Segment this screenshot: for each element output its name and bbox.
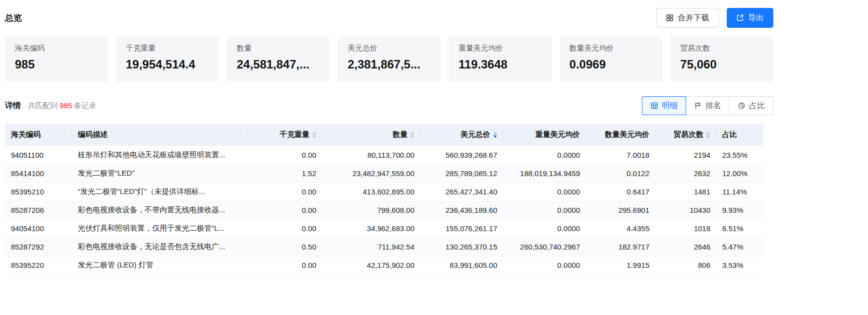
col-header-description: 编码描述 bbox=[72, 124, 248, 146]
cell-usd-total: 155,076,261.17 bbox=[420, 219, 503, 238]
col-header-share: 占比 bbox=[716, 124, 763, 146]
top-bar: 总览 合并下载 bbox=[5, 0, 773, 28]
summary-card-weight-avg-price: 重量美元均价 119.3648 bbox=[449, 36, 552, 82]
cell-weight-avg-price: 260,530,740.2967 bbox=[503, 238, 586, 256]
col-label: 海关编码 bbox=[11, 130, 41, 139]
tab-label: 排名 bbox=[705, 101, 721, 111]
cell-quantity: 23,482,947,559.00 bbox=[322, 164, 420, 183]
sort-icon[interactable] bbox=[410, 132, 414, 138]
cell-weight-avg-price: 0.0000 bbox=[503, 146, 586, 164]
col-label: 编码描述 bbox=[78, 130, 108, 139]
card-value: 24,581,847,... bbox=[236, 58, 320, 71]
cell-description: 枝形吊灯和其他电动天花板或墙壁照明装置... bbox=[72, 146, 248, 164]
cell-description: 发光二极管“LED” bbox=[72, 164, 248, 183]
table-row: 85395220 发光二极管 (LED) 灯管 0.00 42,175,902.… bbox=[5, 256, 763, 274]
page: 总览 合并下载 bbox=[5, 0, 773, 275]
col-label: 占比 bbox=[722, 130, 737, 139]
col-label: 数量 bbox=[393, 130, 407, 139]
detail-bar: 详情 共匹配到985条记录 明细 bbox=[5, 96, 773, 116]
cell-kg-weight: 1.52 bbox=[248, 164, 322, 183]
cell-weight-avg-price: 0.0000 bbox=[503, 256, 586, 274]
cell-code: 94051100 bbox=[5, 146, 72, 164]
view-tab-group: 明细 排名 占比 bbox=[642, 96, 773, 115]
col-header-usd-total[interactable]: 美元总价 bbox=[420, 124, 503, 146]
cell-usd-total: 560,939,268.67 bbox=[420, 146, 503, 164]
card-value: 0.0969 bbox=[570, 58, 653, 71]
cell-quantity: 711,942.54 bbox=[322, 238, 420, 256]
tab-detail[interactable]: 明细 bbox=[642, 96, 686, 115]
sort-icon[interactable] bbox=[312, 132, 316, 138]
cell-quantity-avg-price: 0.6417 bbox=[586, 183, 655, 201]
top-actions: 合并下载 导出 bbox=[656, 8, 773, 28]
tab-label: 明细 bbox=[662, 101, 678, 111]
cell-weight-avg-price: 0.0000 bbox=[503, 219, 586, 238]
cell-kg-weight: 0.00 bbox=[248, 183, 322, 201]
tab-ranking[interactable]: 排名 bbox=[686, 96, 730, 115]
cell-share: 23.55% bbox=[716, 146, 763, 164]
card-label: 千克重量 bbox=[126, 44, 209, 53]
card-value: 75,060 bbox=[680, 58, 763, 71]
merge-download-button[interactable]: 合并下载 bbox=[656, 8, 719, 28]
cell-usd-total: 83,991,605.00 bbox=[420, 256, 503, 274]
cell-code: 85395220 bbox=[5, 256, 72, 274]
cell-kg-weight: 0.50 bbox=[248, 238, 322, 256]
table-row: 85287292 彩色电视接收设备，无论是否包含无线电广... 0.50 711… bbox=[5, 238, 763, 256]
sort-icon[interactable] bbox=[706, 132, 710, 138]
cell-quantity-avg-price: 182.9717 bbox=[586, 238, 655, 256]
summary-card-usd-total: 美元总价 2,381,867,5... bbox=[338, 36, 441, 82]
cell-code: 94054100 bbox=[5, 219, 72, 238]
summary-card-trade-count: 贸易次数 75,060 bbox=[670, 36, 773, 82]
merge-download-icon bbox=[666, 14, 674, 22]
detail-left: 详情 共匹配到985条记录 bbox=[5, 101, 96, 111]
cell-share: 11.14% bbox=[716, 183, 763, 201]
cell-quantity-avg-price: 1.9915 bbox=[586, 256, 655, 274]
export-button[interactable]: 导出 bbox=[727, 8, 773, 28]
cell-share: 5.47% bbox=[716, 238, 763, 256]
col-header-weight-avg-price: 重量美元均价 bbox=[503, 124, 586, 146]
col-label: 美元总价 bbox=[461, 130, 490, 139]
ranking-icon bbox=[694, 102, 702, 110]
cell-usd-total: 236,436,189.60 bbox=[420, 201, 503, 219]
col-header-quantity[interactable]: 数量 bbox=[322, 124, 420, 146]
cell-description: 彩色电视接收设备，无论是否包含无线电广... bbox=[72, 238, 248, 256]
export-label: 导出 bbox=[748, 13, 764, 23]
card-label: 重量美元均价 bbox=[459, 44, 542, 53]
cell-quantity: 799,608.00 bbox=[322, 201, 420, 219]
col-header-quantity-avg-price: 数量美元均价 bbox=[586, 124, 655, 146]
records-table: 海关编码 编码描述 千克重量 数量 bbox=[5, 124, 763, 275]
col-header-trade-count[interactable]: 贸易次数 bbox=[655, 124, 716, 146]
summary-card-quantity: 数量 24,581,847,... bbox=[227, 36, 330, 82]
cell-code: 85395210 bbox=[5, 183, 72, 201]
merge-download-label: 合并下载 bbox=[678, 13, 709, 23]
cell-description: “发光二极管“LED”灯”（未提供详细标... bbox=[72, 183, 248, 201]
table-row: 85395210 “发光二极管“LED”灯”（未提供详细标... 0.00 41… bbox=[5, 183, 763, 201]
cell-weight-avg-price: 0.0000 bbox=[503, 183, 586, 201]
sort-icon-active-desc[interactable] bbox=[493, 132, 497, 138]
table-header-row: 海关编码 编码描述 千克重量 数量 bbox=[5, 124, 763, 146]
cell-kg-weight: 0.00 bbox=[248, 219, 322, 238]
card-label: 海关编码 bbox=[15, 44, 98, 53]
detail-title: 详情 bbox=[5, 101, 21, 111]
cell-quantity-avg-price: 295.6901 bbox=[586, 201, 655, 219]
cell-weight-avg-price: 0.0000 bbox=[503, 201, 586, 219]
cell-usd-total: 265,427,341.40 bbox=[420, 183, 503, 201]
card-label: 美元总价 bbox=[347, 44, 431, 53]
summary-card-quantity-avg-price: 数量美元均价 0.0969 bbox=[560, 36, 663, 82]
tab-label: 占比 bbox=[749, 101, 765, 111]
cell-description: 发光二极管 (LED) 灯管 bbox=[72, 256, 248, 274]
cell-trade-count: 10430 bbox=[655, 201, 716, 219]
cell-quantity: 413,602,895.00 bbox=[322, 183, 420, 201]
table-row: 94051100 枝形吊灯和其他电动天花板或墙壁照明装置... 0.00 80,… bbox=[5, 146, 763, 164]
cell-share: 9.93% bbox=[716, 201, 763, 219]
tab-proportion[interactable]: 占比 bbox=[729, 96, 773, 115]
summary-cards: 海关编码 985 千克重量 19,954,514.4 数量 24,581,847… bbox=[5, 36, 773, 82]
card-label: 数量美元均价 bbox=[570, 44, 653, 53]
cell-quantity-avg-price: 0.0122 bbox=[586, 164, 655, 183]
card-value: 19,954,514.4 bbox=[126, 58, 209, 71]
page-title: 总览 bbox=[5, 12, 22, 24]
col-header-kg-weight[interactable]: 千克重量 bbox=[248, 124, 322, 146]
export-icon bbox=[736, 14, 744, 22]
cell-quantity-avg-price: 7.0018 bbox=[586, 146, 655, 164]
card-label: 数量 bbox=[236, 44, 320, 53]
table-row: 85414100 发光二极管“LED” 1.52 23,482,947,559.… bbox=[5, 164, 763, 183]
